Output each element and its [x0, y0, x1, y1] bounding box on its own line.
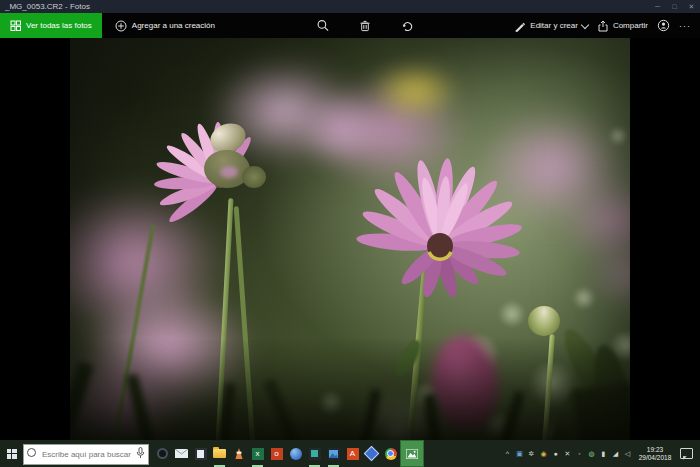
tray-blue-app-icon[interactable]: ▣	[515, 450, 524, 458]
tray-color-app-icon[interactable]: ◉	[539, 450, 548, 458]
taskbar-app-photos-active[interactable]	[400, 440, 424, 467]
taskbar-clock[interactable]: 19:23 29/04/2018	[635, 446, 675, 461]
tray-x-app-icon[interactable]: ✕	[563, 450, 572, 458]
photo-vignette	[70, 38, 630, 440]
tray-green-app-icon[interactable]: ◍	[587, 450, 596, 458]
see-all-photos-label: Ver todas las fotos	[26, 21, 92, 30]
photo-viewer	[0, 38, 700, 440]
add-to-creation-label: Agregar a una creación	[132, 21, 215, 30]
maximize-button[interactable]: □	[666, 0, 683, 13]
windows-taskbar: x o A	[0, 440, 700, 467]
share-button[interactable]: Compartir	[597, 20, 648, 32]
rotate-button[interactable]	[401, 19, 414, 32]
cortana-icon	[27, 448, 36, 457]
taskbar-app-mail[interactable]	[172, 440, 191, 467]
see-all-photos-button[interactable]: Ver todas las fotos	[0, 13, 102, 38]
window-controls: ─ □ ✕	[649, 0, 700, 13]
action-center-icon[interactable]	[680, 448, 693, 459]
taskbar-app-notes[interactable]	[191, 440, 210, 467]
photos-toolbar: Ver todas las fotos Agregar a una creaci…	[0, 13, 700, 38]
battery-icon[interactable]: ▮	[599, 450, 608, 458]
clock-time: 19:23	[635, 446, 675, 454]
photo-grid-icon	[10, 20, 21, 31]
edit-create-label: Editar y crear	[530, 21, 578, 30]
edit-pen-icon	[514, 20, 526, 32]
viewer-tools	[317, 19, 414, 32]
plus-circle-icon	[115, 20, 127, 32]
clock-date: 29/04/2018	[635, 454, 675, 462]
taskbar-app-diamond[interactable]	[362, 440, 381, 467]
close-button[interactable]: ✕	[683, 0, 700, 13]
see-more-button[interactable]: ···	[679, 21, 691, 31]
chevron-down-icon	[581, 20, 589, 28]
start-button[interactable]	[0, 440, 23, 467]
taskbar-app-powerpoint[interactable]: o	[267, 440, 286, 467]
taskbar-app-orange-a[interactable]: A	[343, 440, 362, 467]
edit-create-button[interactable]: Editar y crear	[514, 20, 588, 32]
windows-logo-icon	[7, 449, 17, 459]
minimize-button[interactable]: ─	[649, 0, 666, 13]
people-icon[interactable]	[657, 19, 670, 32]
share-icon	[597, 20, 609, 32]
taskbar-app-chrome[interactable]	[381, 440, 400, 467]
taskbar-app-edge[interactable]	[286, 440, 305, 467]
taskbar-app-photo-viewer[interactable]	[324, 440, 343, 467]
taskbar-apps: x o A	[153, 440, 424, 467]
window-titlebar: _MG_0053.CR2 - Fotos ─ □ ✕	[0, 0, 700, 13]
system-tray: ^ ▣ ✲ ◉ ● ✕ ◦ ◍ ▮ ◢ ◁ 19:23 29/04/2018	[503, 446, 700, 461]
taskbar-app-camera[interactable]	[305, 440, 324, 467]
search-input[interactable]	[23, 444, 149, 465]
tray-dot-app-icon[interactable]: ◦	[575, 450, 584, 457]
share-label: Compartir	[613, 21, 648, 30]
tray-flower-app-icon[interactable]: ✲	[527, 450, 536, 458]
microphone-icon[interactable]	[136, 447, 145, 459]
tray-gray-app-icon[interactable]: ●	[551, 450, 560, 457]
taskbar-app-browser[interactable]	[153, 440, 172, 467]
delete-button[interactable]	[359, 19, 372, 32]
taskbar-search[interactable]	[23, 443, 149, 464]
toolbar-right: Editar y crear Compartir ···	[514, 19, 700, 32]
window-title: _MG_0053.CR2 - Fotos	[5, 2, 90, 11]
taskbar-app-vlc[interactable]	[229, 440, 248, 467]
zoom-button[interactable]	[317, 19, 330, 32]
photo[interactable]	[70, 38, 630, 440]
add-to-creation-button[interactable]: Agregar a una creación	[115, 20, 215, 32]
taskbar-app-excel[interactable]: x	[248, 440, 267, 467]
volume-icon[interactable]: ◁	[623, 450, 632, 458]
taskbar-app-file-explorer[interactable]	[210, 440, 229, 467]
hidden-icons-chevron[interactable]: ^	[503, 450, 512, 457]
network-icon[interactable]: ◢	[611, 450, 620, 458]
